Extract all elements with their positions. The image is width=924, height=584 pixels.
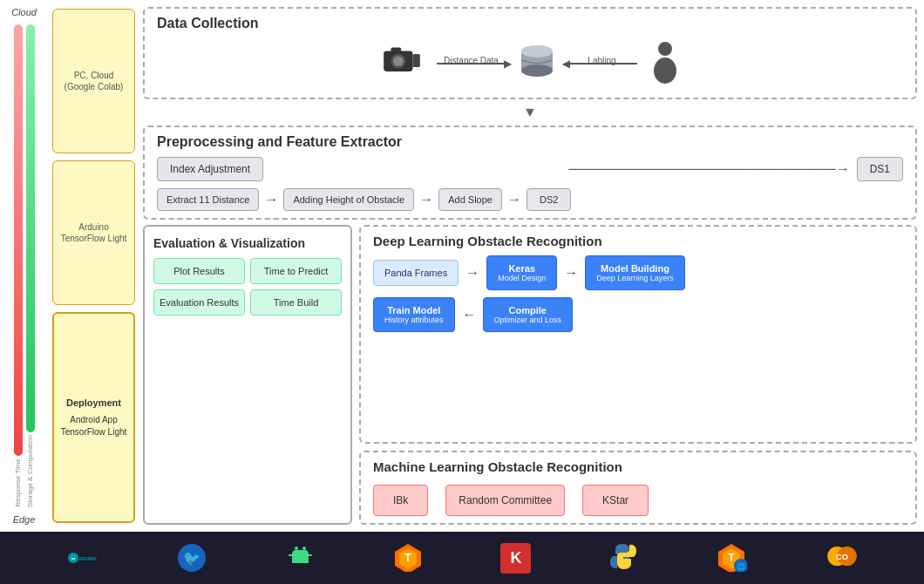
dl-arrow-1: → (465, 265, 479, 281)
android-toolbar-icon[interactable] (285, 541, 316, 575)
arrow-line: Distance Data ▶ (437, 63, 506, 65)
add-slope-box: Add Slope (438, 188, 502, 211)
tensorflow2-toolbar-icon[interactable]: T 🌐 (717, 541, 747, 575)
preprocessing-content: Index Adjustment ───────────────────────… (157, 157, 903, 211)
bottom-toolbar: ∞ ARDUINO 🐦 T (0, 532, 924, 584)
eval-title: Evaluation & Visualization (153, 235, 342, 251)
bottom-sections: Evaluation & Visualization Plot Results … (143, 225, 917, 525)
database-icon (520, 43, 554, 85)
dl-content: Panda Frames → Keras Model Design → Mode… (373, 255, 903, 332)
svg-rect-3 (391, 47, 401, 53)
ml-content: IBk Random Committee KStar (373, 481, 903, 516)
storage-label: Storage & Computation (26, 435, 34, 507)
arrow-2: → (264, 192, 278, 207)
preprocessing-section: Preprocessing and Feature Extractor Inde… (143, 126, 917, 220)
response-time-bar (14, 24, 23, 456)
ds1-box: DS1 (857, 157, 903, 181)
arrow-3: → (419, 192, 433, 207)
keras-box: Keras Model Design (486, 255, 557, 290)
data-collection-content: Distance Data ▶ (157, 37, 903, 91)
bar-label-storage: Storage & Computation (26, 24, 35, 507)
index-adjustment-box: Index Adjustment (157, 157, 263, 181)
panda-frames-box: Panda Frames (373, 260, 459, 286)
cloud-label: Cloud (11, 7, 37, 17)
distance-data-arrow: Distance Data ▶ (437, 63, 506, 65)
main-content: Cloud Response Time Storage & Computatio… (0, 0, 924, 532)
plot-results-box: Plot Results (153, 258, 245, 284)
evaluation-results-box: Evaluation Results (153, 289, 245, 316)
edge-label: Edge (13, 514, 36, 525)
svg-text:T: T (728, 552, 735, 564)
platform-box-cloud: PC, Cloud(Google Colab) (52, 9, 135, 153)
time-to-predict-box: Time to Predict (250, 258, 342, 284)
python-toolbar-icon[interactable] (608, 541, 639, 575)
main-container: Cloud Response Time Storage & Computatio… (0, 0, 924, 584)
svg-text:CO: CO (835, 552, 848, 561)
ds2-box: DS2 (527, 188, 571, 211)
keras-toolbar-icon[interactable]: K (500, 543, 531, 574)
svg-point-10 (654, 58, 676, 84)
ml-title: Machine Learning Obstacle Recognition (373, 459, 903, 474)
svg-point-2 (393, 56, 404, 66)
bar-label-response: Response Time (14, 24, 23, 507)
eval-grid: Plot Results Time to Predict Evaluation … (153, 258, 342, 316)
svg-point-8 (521, 45, 553, 58)
person-icon (650, 40, 681, 87)
svg-text:T: T (404, 552, 411, 564)
weka-toolbar-icon[interactable]: 🐦 (177, 543, 207, 574)
compile-box: Compile Optimizer and Loss (483, 297, 574, 332)
train-model-box: Train Model History attributes (373, 297, 455, 332)
platform-box-deployment: Deployment Android AppTensorFlow Light (52, 312, 135, 523)
svg-point-16 (295, 547, 298, 550)
time-build-box: Time Build (250, 289, 342, 316)
model-building-box: Model Building Deep Learning Layers (585, 255, 685, 290)
dl-row-2: Train Model History attributes → Compile… (373, 297, 903, 332)
arrow-line2: Labling ▶ (567, 63, 637, 65)
preprocessing-title: Preprocessing and Feature Extractor (157, 134, 903, 150)
extract-box: Extract 11 Distance (157, 188, 259, 211)
arrow-1: ───────────────────────────→ (270, 161, 850, 177)
platform-boxes: PC, Cloud(Google Colab) ArduinoTensorFlo… (48, 0, 139, 532)
proc-row-1: Index Adjustment ───────────────────────… (157, 157, 903, 181)
adding-height-box: Adding Height of Obstacle (283, 188, 414, 211)
svg-text:ARDUINO: ARDUINO (77, 556, 97, 561)
svg-point-9 (658, 42, 672, 56)
colab-toolbar-icon[interactable]: CO (825, 541, 859, 575)
arrow-down-1: ▼ (143, 105, 917, 120)
dl-arrow-2: → (564, 265, 578, 281)
dl-row-1: Panda Frames → Keras Model Design → Mode… (373, 255, 903, 290)
random-committee-box: Random Committee (445, 485, 565, 516)
proc-row-2: Extract 11 Distance → Adding Height of O… (157, 188, 903, 211)
tensorflow-toolbar-icon[interactable]: T (393, 541, 424, 575)
svg-point-17 (302, 547, 306, 550)
dl-title: Deep Learning Obstacle Recognition (373, 234, 903, 248)
left-sidebar: Cloud Response Time Storage & Computatio… (0, 0, 48, 532)
device-icon (380, 43, 424, 85)
platform-box-arduino: ArduinoTensorFlow Light (52, 160, 135, 305)
arrow-4: → (507, 192, 521, 207)
response-time-label: Response Time (14, 458, 22, 507)
dl-arrow-3: → (462, 307, 476, 323)
bars-area: Response Time Storage & Computation (3, 21, 44, 511)
ibk-box: IBk (373, 485, 428, 516)
labling-arrow: Labling ▶ (567, 63, 637, 65)
machine-learning-section: Machine Learning Obstacle Recognition IB… (359, 451, 917, 525)
deep-learning-section: Deep Learning Obstacle Recognition Panda… (359, 225, 917, 444)
arduino-toolbar-icon[interactable]: ∞ ARDUINO (65, 545, 99, 571)
svg-text:∞: ∞ (71, 555, 76, 561)
kstar-box: KStar (582, 485, 649, 516)
svg-text:🌐: 🌐 (737, 562, 745, 571)
evaluation-section: Evaluation & Visualization Plot Results … (143, 225, 352, 525)
right-sections: Deep Learning Obstacle Recognition Panda… (359, 225, 917, 525)
data-collection-section: Data Collection Dis (143, 7, 917, 99)
storage-bar (26, 24, 35, 432)
svg-rect-4 (412, 54, 419, 67)
data-collection-title: Data Collection (157, 16, 903, 31)
diagram-main: Data Collection Dis (139, 0, 924, 532)
svg-point-7 (521, 65, 553, 77)
svg-text:🐦: 🐦 (183, 550, 200, 567)
